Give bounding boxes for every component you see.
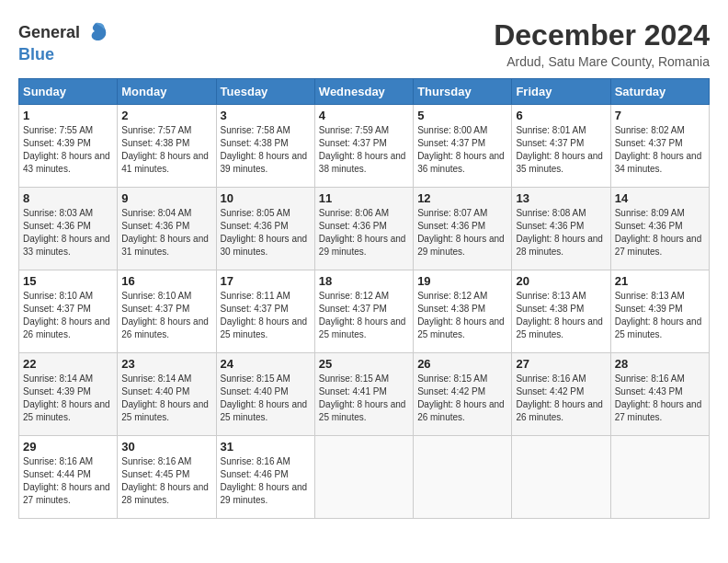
day-info: Sunrise: 8:07 AMSunset: 4:36 PMDaylight:… xyxy=(417,208,505,257)
day-info: Sunrise: 8:09 AMSunset: 4:36 PMDaylight:… xyxy=(615,208,702,257)
calendar-day-cell: 20 Sunrise: 8:13 AMSunset: 4:38 PMDaylig… xyxy=(512,270,610,353)
day-info: Sunrise: 8:05 AMSunset: 4:36 PMDaylight:… xyxy=(221,208,308,257)
day-number: 24 xyxy=(221,357,311,371)
day-number: 19 xyxy=(417,274,507,288)
calendar-day-cell: 4 Sunrise: 7:59 AMSunset: 4:37 PMDayligh… xyxy=(314,105,413,188)
day-number: 8 xyxy=(23,191,113,205)
weekday-header-cell: Sunday xyxy=(19,79,118,105)
day-number: 14 xyxy=(615,191,705,205)
calendar-day-cell xyxy=(414,436,512,519)
logo-text-general: General xyxy=(18,24,80,40)
calendar-day-cell: 17 Sunrise: 8:11 AMSunset: 4:37 PMDaylig… xyxy=(216,270,314,353)
calendar-day-cell: 24 Sunrise: 8:15 AMSunset: 4:40 PMDaylig… xyxy=(216,353,314,436)
weekday-header-cell: Saturday xyxy=(610,79,709,105)
calendar-day-cell: 7 Sunrise: 8:02 AMSunset: 4:37 PMDayligh… xyxy=(610,105,709,188)
weekday-header-cell: Wednesday xyxy=(314,79,413,105)
calendar-day-cell: 27 Sunrise: 8:16 AMSunset: 4:42 PMDaylig… xyxy=(512,353,610,436)
weekday-header-cell: Tuesday xyxy=(216,79,314,105)
title-block: December 2024 Ardud, Satu Mare County, R… xyxy=(494,18,710,69)
weekday-header-cell: Friday xyxy=(512,79,610,105)
day-number: 4 xyxy=(319,109,409,122)
calendar-body: 1 Sunrise: 7:55 AMSunset: 4:39 PMDayligh… xyxy=(19,105,710,519)
calendar-day-cell: 15 Sunrise: 8:10 AMSunset: 4:37 PMDaylig… xyxy=(19,270,118,353)
calendar-table: SundayMondayTuesdayWednesdayThursdayFrid… xyxy=(18,78,710,519)
main-title: December 2024 xyxy=(494,18,710,52)
logo-text-blue: Blue xyxy=(18,45,54,63)
day-number: 26 xyxy=(417,357,507,371)
day-number: 15 xyxy=(23,274,113,288)
weekday-header-cell: Thursday xyxy=(414,79,512,105)
day-info: Sunrise: 7:57 AMSunset: 4:38 PMDaylight:… xyxy=(121,125,209,174)
day-info: Sunrise: 7:58 AMSunset: 4:38 PMDaylight:… xyxy=(221,125,308,174)
calendar-day-cell: 11 Sunrise: 8:06 AMSunset: 4:36 PMDaylig… xyxy=(314,188,413,270)
calendar-day-cell: 25 Sunrise: 8:15 AMSunset: 4:41 PMDaylig… xyxy=(314,353,413,436)
calendar-day-cell xyxy=(512,436,610,519)
day-number: 28 xyxy=(615,357,705,371)
calendar-day-cell: 18 Sunrise: 8:12 AMSunset: 4:37 PMDaylig… xyxy=(314,270,413,353)
calendar-day-cell: 19 Sunrise: 8:12 AMSunset: 4:38 PMDaylig… xyxy=(414,270,512,353)
day-info: Sunrise: 7:59 AMSunset: 4:37 PMDaylight:… xyxy=(319,125,406,174)
day-info: Sunrise: 8:06 AMSunset: 4:36 PMDaylight:… xyxy=(319,208,406,257)
day-number: 9 xyxy=(121,191,211,205)
day-info: Sunrise: 8:10 AMSunset: 4:37 PMDaylight:… xyxy=(121,291,209,339)
day-number: 23 xyxy=(121,357,211,371)
calendar-day-cell xyxy=(610,436,709,519)
day-info: Sunrise: 7:55 AMSunset: 4:39 PMDaylight:… xyxy=(23,125,110,174)
day-info: Sunrise: 8:16 AMSunset: 4:45 PMDaylight:… xyxy=(121,456,209,505)
day-info: Sunrise: 8:15 AMSunset: 4:42 PMDaylight:… xyxy=(417,373,505,422)
calendar-day-cell: 10 Sunrise: 8:05 AMSunset: 4:36 PMDaylig… xyxy=(216,188,314,270)
day-info: Sunrise: 8:16 AMSunset: 4:42 PMDaylight:… xyxy=(516,373,603,422)
calendar-day-cell: 23 Sunrise: 8:14 AMSunset: 4:40 PMDaylig… xyxy=(118,353,216,436)
calendar-day-cell: 8 Sunrise: 8:03 AMSunset: 4:36 PMDayligh… xyxy=(19,188,118,270)
day-info: Sunrise: 8:11 AMSunset: 4:37 PMDaylight:… xyxy=(221,291,308,339)
calendar-day-cell xyxy=(314,436,413,519)
logo-bird-icon xyxy=(82,18,109,46)
calendar-week-row: 29 Sunrise: 8:16 AMSunset: 4:44 PMDaylig… xyxy=(19,436,710,519)
day-number: 30 xyxy=(121,440,211,454)
calendar-day-cell: 3 Sunrise: 7:58 AMSunset: 4:38 PMDayligh… xyxy=(216,105,314,188)
calendar-week-row: 1 Sunrise: 7:55 AMSunset: 4:39 PMDayligh… xyxy=(19,105,710,188)
day-info: Sunrise: 8:14 AMSunset: 4:40 PMDaylight:… xyxy=(121,373,209,422)
day-number: 18 xyxy=(319,274,409,288)
day-number: 7 xyxy=(615,109,705,122)
day-info: Sunrise: 8:12 AMSunset: 4:37 PMDaylight:… xyxy=(319,291,406,339)
calendar-day-cell: 21 Sunrise: 8:13 AMSunset: 4:39 PMDaylig… xyxy=(610,270,709,353)
calendar-day-cell: 9 Sunrise: 8:04 AMSunset: 4:36 PMDayligh… xyxy=(118,188,216,270)
day-number: 5 xyxy=(417,109,507,122)
day-number: 13 xyxy=(516,191,606,205)
day-number: 21 xyxy=(615,274,705,288)
calendar-day-cell: 26 Sunrise: 8:15 AMSunset: 4:42 PMDaylig… xyxy=(414,353,512,436)
day-info: Sunrise: 8:16 AMSunset: 4:46 PMDaylight:… xyxy=(221,456,308,505)
calendar-day-cell: 16 Sunrise: 8:10 AMSunset: 4:37 PMDaylig… xyxy=(118,270,216,353)
calendar-day-cell: 31 Sunrise: 8:16 AMSunset: 4:46 PMDaylig… xyxy=(216,436,314,519)
day-number: 25 xyxy=(319,357,409,371)
calendar-day-cell: 30 Sunrise: 8:16 AMSunset: 4:45 PMDaylig… xyxy=(118,436,216,519)
day-info: Sunrise: 8:02 AMSunset: 4:37 PMDaylight:… xyxy=(615,125,702,174)
day-number: 31 xyxy=(221,440,311,454)
day-number: 6 xyxy=(516,109,606,122)
calendar-day-cell: 6 Sunrise: 8:01 AMSunset: 4:37 PMDayligh… xyxy=(512,105,610,188)
day-info: Sunrise: 8:04 AMSunset: 4:36 PMDaylight:… xyxy=(121,208,209,257)
calendar-day-cell: 13 Sunrise: 8:08 AMSunset: 4:36 PMDaylig… xyxy=(512,188,610,270)
day-info: Sunrise: 8:14 AMSunset: 4:39 PMDaylight:… xyxy=(23,373,110,422)
day-info: Sunrise: 8:16 AMSunset: 4:44 PMDaylight:… xyxy=(23,456,110,505)
calendar-day-cell: 12 Sunrise: 8:07 AMSunset: 4:36 PMDaylig… xyxy=(414,188,512,270)
calendar-day-cell: 1 Sunrise: 7:55 AMSunset: 4:39 PMDayligh… xyxy=(19,105,118,188)
day-info: Sunrise: 8:08 AMSunset: 4:36 PMDaylight:… xyxy=(516,208,603,257)
day-number: 27 xyxy=(516,357,606,371)
calendar-week-row: 8 Sunrise: 8:03 AMSunset: 4:36 PMDayligh… xyxy=(19,188,710,270)
day-number: 3 xyxy=(221,109,311,122)
calendar-day-cell: 14 Sunrise: 8:09 AMSunset: 4:36 PMDaylig… xyxy=(610,188,709,270)
day-info: Sunrise: 8:03 AMSunset: 4:36 PMDaylight:… xyxy=(23,208,110,257)
day-number: 16 xyxy=(121,274,211,288)
day-number: 22 xyxy=(23,357,113,371)
day-info: Sunrise: 8:15 AMSunset: 4:41 PMDaylight:… xyxy=(319,373,406,422)
day-info: Sunrise: 8:13 AMSunset: 4:38 PMDaylight:… xyxy=(516,291,603,339)
day-info: Sunrise: 8:15 AMSunset: 4:40 PMDaylight:… xyxy=(221,373,308,422)
day-number: 1 xyxy=(23,109,113,122)
day-number: 10 xyxy=(221,191,311,205)
day-info: Sunrise: 8:13 AMSunset: 4:39 PMDaylight:… xyxy=(615,291,702,339)
calendar-day-cell: 22 Sunrise: 8:14 AMSunset: 4:39 PMDaylig… xyxy=(19,353,118,436)
subtitle: Ardud, Satu Mare County, Romania xyxy=(494,54,710,69)
day-number: 17 xyxy=(221,274,311,288)
